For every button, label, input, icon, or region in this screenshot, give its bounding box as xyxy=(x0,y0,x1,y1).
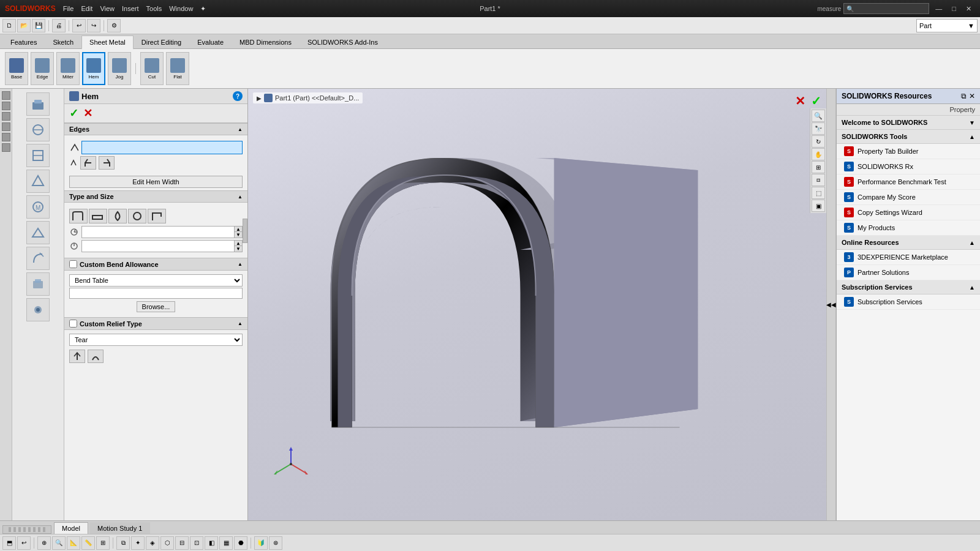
cmd-icon-8[interactable] xyxy=(26,272,50,296)
cmd-icon-5[interactable]: M xyxy=(26,195,50,219)
tools-collapse-icon[interactable]: ▲ xyxy=(969,133,975,140)
toolbar-options[interactable]: ⚙ xyxy=(107,19,121,32)
menu-extra[interactable]: ✦ xyxy=(197,5,209,13)
maximize-btn[interactable]: □ xyxy=(948,5,960,12)
type-size-collapse-icon[interactable]: ▲ xyxy=(238,194,243,200)
radius-down[interactable]: ▼ xyxy=(234,246,243,252)
relief-icon-2[interactable] xyxy=(88,350,104,363)
sm-tool-5[interactable]: Jog xyxy=(108,52,131,85)
angle-input[interactable]: 315.00deg xyxy=(81,226,234,238)
tab-mbd[interactable]: MBD Dimensions xyxy=(232,36,300,48)
online-section-header[interactable]: Online Resources ▲ xyxy=(837,236,980,250)
view-fit[interactable]: ⊞ xyxy=(812,161,825,173)
view-zoom-in[interactable]: 🔍 xyxy=(812,110,825,122)
strip-icon-6[interactable] xyxy=(2,143,10,152)
tab-motion-study-1[interactable]: Motion Study 1 xyxy=(89,522,150,534)
viewport-accept-icon[interactable]: ✓ xyxy=(811,94,821,108)
cmd-icon-7[interactable] xyxy=(26,247,50,270)
bt-icon-13[interactable]: ⊡ xyxy=(190,536,203,550)
hem-style-extra[interactable] xyxy=(148,209,166,223)
panel-scroll-indicator[interactable] xyxy=(243,219,247,243)
tools-item-4[interactable]: S Compare My Score xyxy=(837,190,980,205)
edges-collapse-icon[interactable]: ▲ xyxy=(238,127,243,132)
view-display[interactable]: ▣ xyxy=(812,200,825,212)
toolbar-save[interactable]: 💾 xyxy=(32,19,45,32)
sm-tool-7[interactable]: Flat xyxy=(166,52,189,85)
view-orient[interactable]: ⧈ xyxy=(812,174,825,186)
tab-addins[interactable]: SOLIDWORKS Add-Ins xyxy=(300,36,386,48)
close-btn[interactable]: ✕ xyxy=(962,5,975,13)
hem-style-closed[interactable] xyxy=(89,209,107,223)
tab-model[interactable]: Model xyxy=(54,522,88,534)
toolbar-new[interactable]: 🗋 xyxy=(2,19,16,32)
strip-icon-3[interactable] xyxy=(2,112,10,121)
right-panel-collapse-btn[interactable]: ◀◀ xyxy=(826,89,836,520)
hem-style-teardrop[interactable] xyxy=(108,209,127,223)
menu-tools[interactable]: Tools xyxy=(143,5,166,12)
allowance-input[interactable] xyxy=(69,288,243,299)
cmd-icon-6[interactable] xyxy=(26,221,50,244)
part-dropdown[interactable]: Part ▼ xyxy=(916,19,978,32)
welcome-collapse-icon[interactable]: ▼ xyxy=(969,119,975,126)
search-box[interactable]: 🔍 xyxy=(843,3,929,14)
edges-input[interactable] xyxy=(81,141,243,154)
toolbar-print[interactable]: 🖨 xyxy=(52,19,66,32)
relief-type-select[interactable]: Tear Rectangular Obround xyxy=(69,334,243,346)
menu-insert[interactable]: Insert xyxy=(118,5,143,12)
cancel-button[interactable]: ✕ xyxy=(83,107,92,120)
subscription-collapse-icon[interactable]: ▲ xyxy=(969,284,975,291)
bt-icon-11[interactable]: ⬡ xyxy=(160,536,174,550)
custom-relief-checkbox[interactable] xyxy=(69,320,77,328)
custom-relief-collapse-icon[interactable]: ▲ xyxy=(238,321,243,326)
view-pan[interactable]: ✋ xyxy=(812,148,825,160)
bt-icon-4[interactable]: 🔍 xyxy=(52,536,66,550)
sm-tool-6[interactable]: Cut xyxy=(140,52,164,85)
strip-icon-5[interactable] xyxy=(2,133,10,141)
angle-down[interactable]: ▼ xyxy=(234,232,243,238)
sm-tool-3[interactable]: Miter xyxy=(56,52,80,85)
view-section[interactable]: ⬚ xyxy=(812,187,825,199)
tools-item-2[interactable]: S SOLIDWORKS Rx xyxy=(837,159,980,174)
bt-icon-18[interactable]: ⊛ xyxy=(269,536,282,550)
hem-btn-right[interactable] xyxy=(99,156,115,170)
tab-sheet-metal[interactable]: Sheet Metal xyxy=(81,36,134,50)
menu-view[interactable]: View xyxy=(96,5,118,12)
custom-bend-section-header[interactable]: Custom Bend Allowance ▲ xyxy=(64,258,247,271)
tools-item-6[interactable]: S My Products xyxy=(837,220,980,236)
online-collapse-icon[interactable]: ▲ xyxy=(969,239,975,246)
sm-tool-2[interactable]: Edge xyxy=(31,52,54,85)
cmd-icon-2[interactable] xyxy=(26,118,50,141)
edit-hem-width-btn[interactable]: Edit Hem Width xyxy=(69,176,243,188)
tools-section-header[interactable]: SOLIDWORKS Tools ▲ xyxy=(837,130,980,144)
cmd-icon-1[interactable] xyxy=(26,92,50,116)
resources-close-icon[interactable]: ✕ xyxy=(969,92,975,100)
online-item-2[interactable]: P Partner Solutions xyxy=(837,265,980,280)
toolbar-open[interactable]: 📂 xyxy=(17,19,31,32)
bt-icon-5[interactable]: 📐 xyxy=(67,536,80,550)
bend-table-select[interactable]: Bend Table xyxy=(69,274,243,287)
tab-direct-editing[interactable]: Direct Editing xyxy=(134,36,189,48)
bt-icon-16[interactable]: ⬣ xyxy=(234,536,247,550)
toolbar-undo[interactable]: ↩ xyxy=(72,19,86,32)
strip-icon-1[interactable] xyxy=(2,91,10,100)
tab-features[interactable]: Features xyxy=(2,36,45,48)
sm-tool-4[interactable]: Hem xyxy=(82,52,105,85)
menu-file[interactable]: File xyxy=(59,5,78,12)
bt-icon-14[interactable]: ◧ xyxy=(205,536,218,550)
subscription-section-header[interactable]: Subscription Services ▲ xyxy=(837,280,980,294)
bt-icon-8[interactable]: ⧉ xyxy=(116,536,130,550)
bt-icon-6[interactable]: 📏 xyxy=(81,536,95,550)
tab-sketch[interactable]: Sketch xyxy=(45,36,81,48)
sm-tool-1[interactable]: Base xyxy=(5,52,28,85)
browse-button[interactable]: Browse... xyxy=(137,301,176,312)
bt-icon-10[interactable]: ◈ xyxy=(146,536,159,550)
bt-icon-2[interactable]: ↩ xyxy=(17,536,31,550)
hem-style-rolled[interactable] xyxy=(128,209,146,223)
view-rotate[interactable]: ↻ xyxy=(812,135,825,148)
welcome-section-header[interactable]: Welcome to SOLIDWORKS ▼ xyxy=(837,116,980,130)
radius-input[interactable]: 0.203in xyxy=(81,240,234,252)
help-icon[interactable]: ? xyxy=(233,91,243,101)
radius-up[interactable]: ▲ xyxy=(234,240,243,246)
minimize-btn[interactable]: — xyxy=(932,5,946,12)
cmd-icon-4[interactable] xyxy=(26,170,50,193)
